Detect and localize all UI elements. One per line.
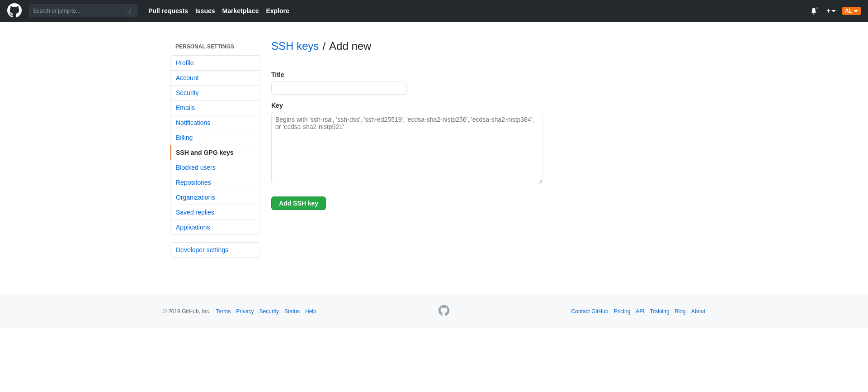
sidebar: Personal settings Profile Account Securi… bbox=[170, 40, 260, 258]
ssh-keys-breadcrumb-link[interactable]: SSH keys bbox=[271, 40, 319, 53]
sidebar-item-notifications[interactable]: Notifications bbox=[170, 115, 260, 130]
page-header: SSH keys / Add new bbox=[271, 40, 698, 60]
footer-inner: © 2019 GitHub, Inc. Terms Privacy Securi… bbox=[163, 305, 705, 317]
nav-pull-requests[interactable]: Pull requests bbox=[148, 7, 188, 14]
key-label: Key bbox=[271, 102, 698, 109]
sidebar-item-organizations[interactable]: Organizations bbox=[170, 190, 260, 205]
sidebar-item-developer-settings[interactable]: Developer settings bbox=[170, 243, 260, 257]
footer-about[interactable]: About bbox=[691, 308, 705, 315]
page-container: Personal settings Profile Account Securi… bbox=[163, 22, 705, 276]
sidebar-item-emails[interactable]: Emails bbox=[170, 100, 260, 115]
header-nav: Pull requests Issues Marketplace Explore bbox=[148, 7, 289, 14]
key-textarea[interactable] bbox=[271, 112, 542, 184]
footer-contact-github[interactable]: Contact GitHub bbox=[571, 308, 609, 315]
sidebar-heading: Personal settings bbox=[170, 40, 260, 53]
footer-github-logo bbox=[439, 305, 449, 317]
notification-dot bbox=[816, 6, 819, 10]
sidebar-developer-section: Developer settings bbox=[170, 242, 260, 258]
notifications-button[interactable] bbox=[807, 5, 820, 16]
new-menu-button[interactable]: + bbox=[824, 5, 839, 17]
new-label: + bbox=[826, 7, 830, 15]
add-ssh-key-form: Title Key Add SSH key bbox=[271, 71, 698, 210]
nav-marketplace[interactable]: Marketplace bbox=[222, 7, 259, 14]
sidebar-item-repositories[interactable]: Repositories bbox=[170, 175, 260, 190]
search-box[interactable]: Search or jump to... / bbox=[29, 5, 137, 17]
sidebar-section: Profile Account Security Emails Notifica… bbox=[170, 55, 260, 235]
page-title: Add new bbox=[329, 40, 371, 53]
sidebar-item-applications[interactable]: Applications bbox=[170, 220, 260, 234]
sidebar-item-saved-replies[interactable]: Saved replies bbox=[170, 205, 260, 220]
footer-status[interactable]: Status bbox=[284, 308, 300, 315]
search-placeholder: Search or jump to... bbox=[33, 8, 80, 14]
key-field-group: Key bbox=[271, 102, 698, 186]
keyboard-shortcut: / bbox=[127, 7, 133, 15]
main-content: SSH keys / Add new Title Key Add SSH key bbox=[271, 40, 698, 258]
footer-privacy[interactable]: Privacy bbox=[236, 308, 254, 315]
avatar-initials: AL bbox=[845, 8, 852, 14]
footer: © 2019 GitHub, Inc. Terms Privacy Securi… bbox=[0, 294, 868, 328]
footer-help[interactable]: Help bbox=[305, 308, 316, 315]
sidebar-item-profile[interactable]: Profile bbox=[170, 56, 260, 71]
title-label: Title bbox=[271, 71, 698, 78]
footer-right: Contact GitHub Pricing API Training Blog… bbox=[571, 308, 705, 315]
footer-training[interactable]: Training bbox=[650, 308, 670, 315]
footer-security[interactable]: Security bbox=[259, 308, 279, 315]
sidebar-item-account[interactable]: Account bbox=[170, 71, 260, 86]
breadcrumb-separator: / bbox=[322, 40, 326, 53]
sidebar-item-blocked-users[interactable]: Blocked users bbox=[170, 160, 260, 175]
nav-issues[interactable]: Issues bbox=[195, 7, 215, 14]
main-header: Search or jump to... / Pull requests Iss… bbox=[0, 0, 868, 22]
sidebar-item-billing[interactable]: Billing bbox=[170, 130, 260, 145]
footer-api[interactable]: API bbox=[636, 308, 644, 315]
sidebar-item-ssh-gpg[interactable]: SSH and GPG keys bbox=[170, 145, 260, 160]
add-ssh-key-button[interactable]: Add SSH key bbox=[271, 196, 326, 210]
title-input[interactable] bbox=[271, 81, 407, 95]
header-right: + AL bbox=[807, 5, 861, 17]
footer-terms[interactable]: Terms bbox=[216, 308, 231, 315]
title-field-group: Title bbox=[271, 71, 698, 95]
github-logo[interactable] bbox=[7, 3, 22, 19]
footer-copyright: © 2019 GitHub, Inc. bbox=[163, 308, 211, 315]
footer-pricing[interactable]: Pricing bbox=[614, 308, 631, 315]
nav-explore[interactable]: Explore bbox=[266, 7, 289, 14]
footer-blog[interactable]: Blog bbox=[675, 308, 686, 315]
user-avatar-button[interactable]: AL bbox=[842, 7, 861, 15]
sidebar-item-security[interactable]: Security bbox=[170, 86, 260, 100]
footer-left: © 2019 GitHub, Inc. Terms Privacy Securi… bbox=[163, 308, 316, 315]
